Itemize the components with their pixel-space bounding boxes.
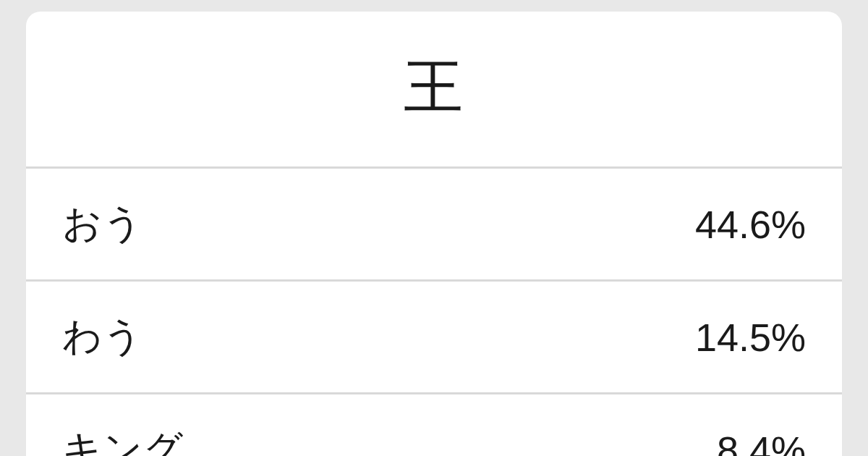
reading-percent: 44.6% — [695, 202, 806, 247]
reading-row[interactable]: わう 14.5% — [26, 282, 842, 394]
reading-label: キング — [62, 423, 184, 456]
reading-label: おう — [62, 198, 143, 250]
reading-label: わう — [62, 311, 143, 363]
reading-row[interactable]: おう 44.6% — [26, 169, 842, 282]
reading-percent: 8.4% — [717, 428, 806, 457]
reading-percent: 14.5% — [695, 315, 806, 360]
reading-row[interactable]: キング 8.4% — [26, 394, 842, 456]
kanji-heading: 王 — [26, 12, 842, 169]
readings-card: 王 おう 44.6% わう 14.5% キング 8.4% — [26, 12, 842, 456]
